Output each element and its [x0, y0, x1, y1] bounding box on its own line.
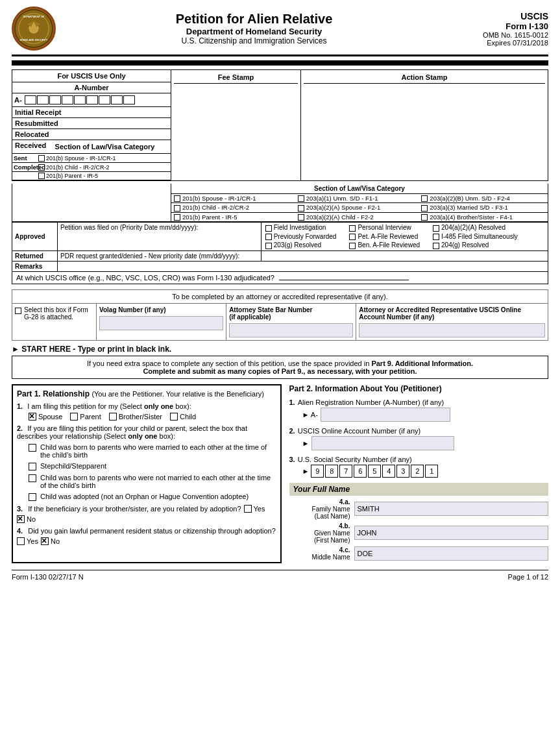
- cb-law-r1c3[interactable]: [421, 195, 428, 202]
- cb-law-r3c1[interactable]: [174, 214, 180, 221]
- i485-check: I-485 Filed Simultaneously: [433, 233, 518, 240]
- attorney-col-volag: Volag Number (if any): [97, 304, 226, 340]
- cb-spouse[interactable]: [29, 413, 36, 421]
- a-box-5[interactable]: [74, 95, 86, 104]
- ssn-digit-1[interactable]: 9: [311, 465, 324, 478]
- ssn-digit-8[interactable]: 2: [411, 465, 424, 478]
- law-201b-child: 201(b) Child - IR-2/CR-2: [38, 164, 110, 171]
- a-box-9[interactable]: [123, 95, 135, 104]
- volag-input[interactable]: [99, 316, 223, 330]
- a-number-input[interactable]: [321, 408, 450, 422]
- ssn-digit-6[interactable]: 4: [382, 465, 395, 478]
- cb-201b-parent[interactable]: [38, 173, 45, 179]
- action-stamp-cell: Action Stamp: [301, 70, 548, 181]
- pdr-text: PDR request granted/denied - New priorit…: [60, 252, 239, 260]
- bar-input[interactable]: [229, 323, 353, 337]
- cb-g28[interactable]: [15, 308, 21, 314]
- q2-text-r: USCIS Online Account Number (if any): [298, 427, 421, 435]
- child-opt4: Child was adopted (not an Orphan or Hagu…: [29, 493, 276, 501]
- part2-title-paren: (Petitioner): [398, 384, 442, 393]
- ssn-digit-2[interactable]: 8: [325, 465, 338, 478]
- cb-pet-afile[interactable]: [349, 234, 356, 240]
- brother-sister-option: Brother/Sister: [109, 413, 162, 421]
- cb-parent[interactable]: [70, 413, 78, 421]
- a-box-8[interactable]: [111, 95, 123, 104]
- cb-prev-fwd[interactable]: [265, 234, 272, 240]
- account-number-input[interactable]: [311, 436, 454, 450]
- a-box-7[interactable]: [99, 95, 110, 104]
- ssn-arrow: ►: [302, 467, 310, 475]
- a-box-1[interactable]: [25, 95, 36, 104]
- a-number-boxes: [25, 95, 135, 104]
- cb-personal-int[interactable]: [349, 225, 356, 232]
- start-here-text: START HERE - Type or print in black ink.: [21, 345, 171, 354]
- q3-num-r: 3.: [289, 456, 295, 463]
- start-here-label: ► START HERE - Type or print in black in…: [12, 345, 548, 354]
- part2-header: Part 2. Information About You (Petitione…: [289, 384, 549, 393]
- cb-child-opt3[interactable]: [29, 474, 36, 482]
- cb-child[interactable]: [170, 413, 178, 421]
- middle-name-input[interactable]: DOE: [354, 546, 549, 561]
- cb-203g[interactable]: [265, 243, 272, 249]
- cb-204g[interactable]: [433, 243, 439, 249]
- a-box-3[interactable]: [49, 95, 61, 104]
- cb-law-r2c3[interactable]: [421, 205, 428, 212]
- a-box-6[interactable]: [86, 95, 98, 104]
- cb-q3-no[interactable]: [17, 515, 25, 523]
- ssn-digit-5[interactable]: 5: [368, 465, 381, 478]
- cb-q3-yes[interactable]: [244, 505, 252, 513]
- cb-child-opt2[interactable]: [29, 463, 36, 470]
- cb-201b-spouse[interactable]: [38, 155, 45, 162]
- returned-blank-cell: [261, 250, 548, 261]
- family-name-input[interactable]: SMITH: [354, 502, 549, 516]
- ssn-digit-7[interactable]: 3: [396, 465, 409, 478]
- given-name-input[interactable]: JOHN: [354, 526, 549, 540]
- law-row1-col3: 203(a)(2)(B) Unm. S/D - F2-4: [421, 195, 545, 202]
- cb-ben-afile[interactable]: [349, 243, 356, 249]
- account-input[interactable]: [359, 323, 545, 337]
- part1-subtitle: (You are the Petitioner. Your relative i…: [91, 390, 264, 398]
- cb-law-r1c1[interactable]: [174, 195, 180, 202]
- cb-brother-sister[interactable]: [109, 413, 117, 421]
- cb-law-r3c2[interactable]: [298, 214, 304, 221]
- child-opt3: Child was born to parents who were not m…: [29, 474, 276, 489]
- adjudicated-input-line[interactable]: [279, 280, 409, 280]
- arrow2: ►: [302, 439, 310, 447]
- law-row2-col3: 203(a)(3) Married S/D - F3-1: [421, 204, 545, 211]
- cb-q4-yes[interactable]: [17, 537, 25, 545]
- cb-204a[interactable]: [433, 225, 439, 232]
- relocated-label: Relocated: [12, 129, 171, 140]
- child-opt4-label: Child was adopted (not an Orphan or Hagu…: [40, 493, 249, 500]
- part1-column: Part 1. Relationship (You are the Petiti…: [12, 384, 282, 563]
- parent-label: Parent: [80, 413, 101, 421]
- header-seal-container: DEPARTMENT OF HOMELAND SECURITY: [12, 6, 64, 51]
- attorney-section: To be completed by an attorney or accred…: [12, 289, 548, 341]
- cb-law-r2c2[interactable]: [298, 205, 304, 212]
- q2-text: If you are filing this petition for your…: [17, 424, 247, 440]
- a-box-2[interactable]: [37, 95, 49, 104]
- resolved-204-check: 204(a)(2)(A) Resolved: [433, 224, 518, 231]
- name-4a-label: 4.a. Family Name(Last Name): [289, 498, 354, 520]
- law-row2-col2: 203(a)(2)(A) Spouse - F2-1: [298, 204, 422, 211]
- footer: Form I-130 02/27/17 N Page 1 of 12: [12, 570, 548, 581]
- law-row3-col2: 203(a)(2)(A) Child - F2-2: [298, 214, 422, 221]
- uscis-label: USCIS: [444, 11, 548, 21]
- cb-child-opt4[interactable]: [29, 493, 36, 501]
- expiry-date: Expires 07/31/2018: [444, 39, 548, 47]
- cb-child-opt1[interactable]: [29, 444, 36, 452]
- ssn-digit-3[interactable]: 7: [339, 465, 352, 478]
- cb-201b-child[interactable]: [38, 164, 45, 171]
- sub-agency-name: U.S. Citizenship and Immigration Service…: [64, 36, 444, 45]
- cb-q4-no[interactable]: [41, 537, 49, 545]
- cb-law-r3c3[interactable]: [421, 214, 428, 221]
- ssn-digit-4[interactable]: 6: [354, 465, 367, 478]
- cb-law-r1c2[interactable]: [298, 195, 304, 202]
- name-4b-row: 4.b. Given Name(First Name) JOHN: [289, 522, 549, 544]
- family-name-value: SMITH: [358, 505, 380, 513]
- q1-num-r: 1.: [289, 398, 295, 406]
- ssn-digit-9[interactable]: 1: [425, 465, 438, 478]
- cb-law-r2c1[interactable]: [174, 205, 180, 212]
- cb-field-inv[interactable]: [265, 225, 272, 232]
- cb-i485[interactable]: [433, 234, 439, 240]
- a-box-4[interactable]: [62, 95, 73, 104]
